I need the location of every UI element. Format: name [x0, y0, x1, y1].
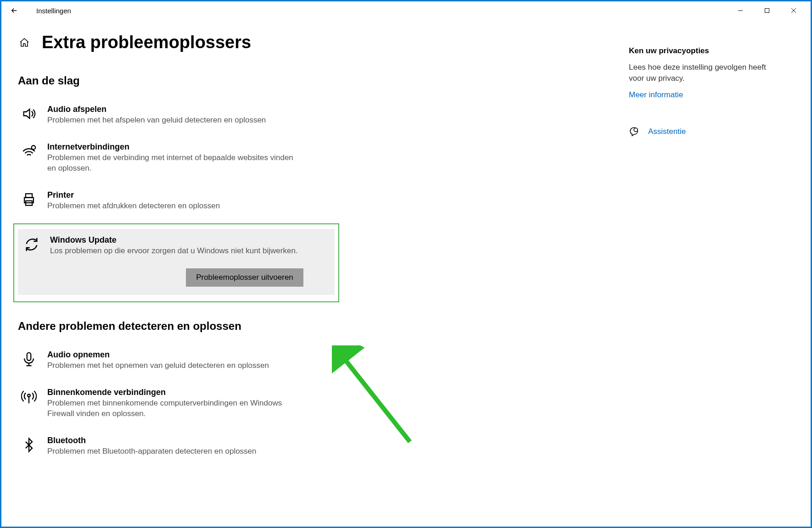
privacy-options-title: Ken uw privacyopties	[629, 46, 785, 56]
maximize-button[interactable]	[754, 1, 780, 20]
ts-title: Binnenkomende verbindingen	[47, 388, 295, 397]
sidebar: Ken uw privacyopties Lees hoe deze inste…	[629, 20, 794, 527]
section-other-title: Andere problemen detecteren en oplossen	[18, 320, 367, 333]
minimize-button[interactable]	[727, 1, 754, 20]
back-button[interactable]	[5, 1, 23, 20]
troubleshooter-windows-update[interactable]: Windows Update Los problemen op die ervo…	[18, 229, 335, 295]
printer-icon	[21, 191, 37, 208]
ts-title: Windows Update	[50, 235, 329, 245]
highlight-annotation: Windows Update Los problemen op die ervo…	[13, 223, 339, 302]
svg-point-13	[634, 128, 638, 132]
ts-desc: Problemen met Bluetooth-apparaten detect…	[47, 446, 257, 457]
troubleshooter-audio-playback[interactable]: Audio afspelen Problemen met het afspele…	[18, 100, 367, 130]
close-button[interactable]	[780, 1, 807, 20]
ts-desc: Problemen met de verbinding met internet…	[47, 153, 295, 174]
settings-window: Instellingen Extra probleemoplossers Aan…	[1, 1, 811, 527]
titlebar: Instellingen	[1, 1, 811, 20]
speaker-icon	[21, 106, 37, 122]
troubleshooter-internet[interactable]: Internetverbindingen Problemen met de ve…	[18, 138, 367, 178]
ts-desc: Problemen met binnenkomende computerverb…	[47, 398, 295, 419]
assistance-link[interactable]: Assistentie	[648, 127, 686, 136]
ts-title: Internetverbindingen	[47, 142, 295, 152]
home-icon[interactable]	[18, 36, 31, 49]
section-get-started-title: Aan de slag	[18, 74, 367, 87]
page-title: Extra probleemoplossers	[42, 33, 251, 52]
content: Extra probleemoplossers Aan de slag Audi…	[1, 20, 811, 527]
bluetooth-icon	[21, 437, 37, 453]
ts-title: Audio opnemen	[47, 350, 269, 360]
ts-desc: Problemen met het opnemen van geluid det…	[47, 361, 269, 371]
svg-rect-6	[26, 194, 32, 198]
troubleshooter-printer[interactable]: Printer Problemen met afdrukken detecter…	[18, 186, 367, 216]
troubleshooter-bluetooth[interactable]: Bluetooth Problemen met Bluetooth-appara…	[18, 431, 367, 461]
wifi-globe-icon	[21, 143, 37, 160]
svg-point-11	[28, 394, 30, 397]
help-chat-icon	[629, 126, 640, 137]
page-header: Extra probleemoplossers	[18, 33, 367, 52]
ts-desc: Los problemen op die ervoor zorgen dat u…	[50, 246, 298, 256]
microphone-icon	[21, 351, 37, 367]
update-sync-icon	[23, 236, 40, 253]
app-title: Instellingen	[36, 7, 71, 15]
ts-desc: Problemen met het afspelen van geluid de…	[47, 115, 266, 126]
more-info-link[interactable]: Meer informatie	[629, 90, 785, 100]
antenna-icon	[21, 389, 37, 405]
svg-point-4	[32, 145, 36, 150]
ts-title: Audio afspelen	[47, 105, 266, 114]
main-column: Extra probleemoplossers Aan de slag Audi…	[18, 20, 367, 527]
troubleshooter-incoming-connections[interactable]: Binnenkomende verbindingen Problemen met…	[18, 383, 367, 424]
ts-title: Bluetooth	[47, 436, 257, 445]
svg-rect-8	[27, 353, 31, 361]
run-troubleshooter-button[interactable]: Probleemoplosser uitvoeren	[186, 268, 303, 287]
window-controls	[727, 1, 807, 20]
ts-desc: Problemen met afdrukken detecteren en op…	[47, 201, 220, 211]
svg-rect-1	[765, 9, 769, 13]
privacy-options-text: Lees hoe deze instelling gevolgen heeft …	[629, 62, 767, 84]
troubleshooter-audio-record[interactable]: Audio opnemen Problemen met het opnemen …	[18, 345, 367, 376]
ts-title: Printer	[47, 190, 220, 200]
